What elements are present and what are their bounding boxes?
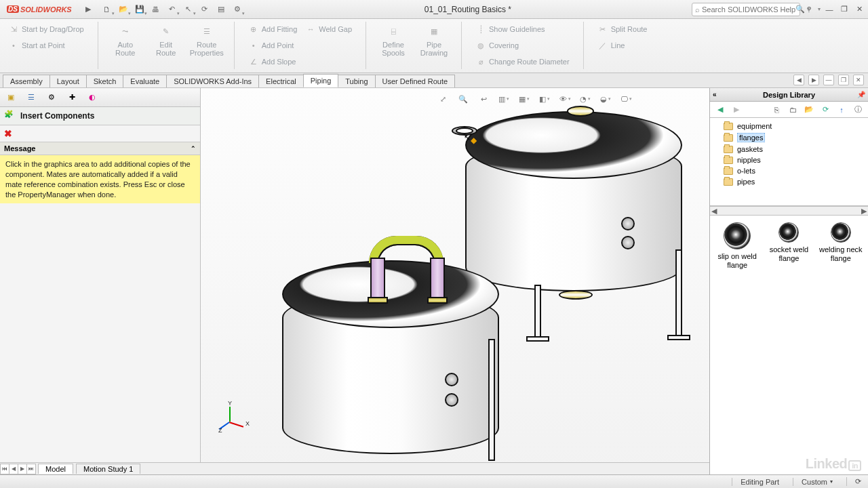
- edit-route-button[interactable]: ✎Edit Route: [150, 22, 182, 58]
- bottom-tab-model[interactable]: Model: [38, 464, 73, 474]
- dl-folder-o-lets[interactable]: o-lets: [710, 165, 868, 176]
- save-icon[interactable]: 💾: [133, 3, 146, 16]
- dl-open-folder-icon[interactable]: 📂: [803, 104, 815, 116]
- display-manager-tab-icon[interactable]: ◐: [85, 91, 99, 104]
- add-fitting-button[interactable]: ⊕Add Fitting: [245, 22, 300, 36]
- view-orient-icon[interactable]: ▦: [517, 92, 531, 106]
- panel-pin-icon[interactable]: 📌: [857, 91, 865, 98]
- dl-add-loc-icon[interactable]: ⎘: [770, 104, 783, 116]
- tab-tubing[interactable]: Tubing: [338, 75, 375, 87]
- weld-gap-button[interactable]: ↔Weld Gap: [302, 22, 355, 36]
- pm-message-header[interactable]: Message ⌃: [0, 142, 200, 155]
- zoom-fit-icon[interactable]: ⤢: [436, 92, 450, 106]
- dl-fwd-icon[interactable]: ▶: [730, 104, 743, 116]
- tab-electrical[interactable]: Electrical: [258, 75, 304, 87]
- scene-icon[interactable]: ◒: [599, 92, 612, 106]
- design-library-header[interactable]: « Design Library 📌: [710, 88, 868, 102]
- tab-evaluate[interactable]: Evaluate: [123, 75, 167, 87]
- prev-view-icon[interactable]: ↩: [477, 92, 490, 106]
- manager-tab-bar: ▣ ☰ ⚙ ✚ ◐: [0, 88, 200, 107]
- status-rebuild-icon[interactable]: ⟳: [846, 477, 861, 486]
- rebuild-icon[interactable]: ⟳: [198, 3, 212, 16]
- flange-thumb-icon: [778, 222, 799, 243]
- quick-access-toolbar: 🗋 📂 💾 🖶 ↶ ↖ ⟳ ▤ ⚙: [100, 3, 244, 16]
- design-library-tree[interactable]: equipmentflangesgasketsnippleso-letspipe…: [710, 118, 868, 206]
- display-style-icon[interactable]: ◧: [538, 92, 551, 106]
- help-search-input[interactable]: [702, 5, 795, 14]
- panel-collapse-icon[interactable]: «: [713, 91, 717, 98]
- start-drag-drop-button[interactable]: ⇲Start by Drag/Drop: [5, 22, 87, 36]
- minimize-icon[interactable]: —: [823, 3, 835, 16]
- covering-button[interactable]: ◍Covering: [473, 39, 521, 52]
- triad-y-label: Y: [228, 400, 232, 407]
- line-button[interactable]: ／Line: [595, 39, 628, 52]
- dl-up-icon[interactable]: ↑: [835, 104, 848, 116]
- pm-cancel-icon[interactable]: ✖: [4, 128, 12, 139]
- dl-folder-gaskets[interactable]: gaskets: [710, 144, 868, 155]
- title-bar: DSSOLIDWORKS ▶ 🗋 📂 💾 🖶 ↶ ↖ ⟳ ▤ ⚙ 01_01_R…: [0, 0, 868, 19]
- restore-icon[interactable]: ❐: [838, 3, 850, 16]
- define-spools-button[interactable]: ⌸Define Spools: [377, 22, 410, 58]
- feature-manager-tab-icon[interactable]: ▣: [4, 91, 18, 104]
- auto-route-button[interactable]: ⤳Auto Route: [109, 22, 142, 58]
- start-at-point-button[interactable]: •Start at Point: [5, 39, 68, 52]
- dl-folder-nipples[interactable]: nipples: [710, 155, 868, 165]
- show-guidelines-button[interactable]: ┊Show Guidelines: [473, 22, 548, 36]
- dl-item-slip-on-weld-flange[interactable]: slip on weld flange: [714, 222, 760, 270]
- cursor-icon: ↖: [464, 133, 471, 142]
- dl-folder-flanges[interactable]: flanges: [710, 131, 868, 144]
- change-route-diameter-button[interactable]: ⌀Change Route Diameter: [473, 55, 572, 68]
- property-manager-tab-icon[interactable]: ☰: [24, 91, 38, 104]
- orientation-triad[interactable]: Y X Z: [221, 407, 248, 434]
- split-route-button[interactable]: ✂Split Route: [595, 22, 650, 36]
- config-manager-tab-icon[interactable]: ⚙: [45, 91, 58, 104]
- tab-piping[interactable]: Piping: [303, 74, 339, 87]
- dl-item-welding-neck-flange[interactable]: welding neck flange: [818, 222, 864, 263]
- hide-show-icon[interactable]: 👁: [558, 92, 572, 106]
- dl-new-folder-icon[interactable]: 🗀: [787, 104, 799, 116]
- tab-solidworks-add-ins[interactable]: SOLIDWORKS Add-Ins: [166, 75, 259, 87]
- bottom-tab-nav[interactable]: ⏮◀▶⏭: [0, 464, 35, 474]
- help-icon[interactable]: ?: [803, 3, 815, 16]
- dl-refresh-icon[interactable]: ⟳: [819, 104, 831, 116]
- select-icon[interactable]: ↖: [182, 3, 195, 16]
- bottom-tab-motion-study-1[interactable]: Motion Study 1: [76, 464, 140, 474]
- tab-fwd-icon[interactable]: ▶: [808, 75, 819, 85]
- tab-user-defined-route[interactable]: User Defined Route: [375, 75, 456, 87]
- view-settings-icon[interactable]: 🖵: [619, 92, 633, 106]
- dl-folder-pipes[interactable]: pipes: [710, 176, 868, 187]
- tab-back-icon[interactable]: ◀: [793, 75, 804, 85]
- tab-close-icon[interactable]: ✕: [853, 75, 864, 85]
- dl-folder-equipment[interactable]: equipment: [710, 121, 868, 131]
- print-icon[interactable]: 🖶: [149, 3, 163, 16]
- dl-config-icon[interactable]: ⓘ: [852, 104, 864, 116]
- section-view-icon[interactable]: ▥: [497, 92, 511, 106]
- dl-item-socket-weld-flange[interactable]: socket weld flange: [766, 222, 812, 263]
- search-lens-icon: ⌕: [695, 5, 700, 14]
- open-doc-icon[interactable]: 📂: [117, 3, 130, 16]
- options-icon[interactable]: ▤: [214, 3, 228, 16]
- settings-gear-icon[interactable]: ⚙: [231, 3, 244, 16]
- pipe-drawing-button[interactable]: ▦Pipe Drawing: [418, 22, 450, 58]
- route-properties-button[interactable]: ☰Route Properties: [191, 22, 223, 58]
- dim-manager-tab-icon[interactable]: ✚: [65, 91, 79, 104]
- add-slope-button[interactable]: ∠Add Slope: [245, 55, 299, 68]
- tab-assembly[interactable]: Assembly: [3, 75, 50, 87]
- dl-horiz-scroll[interactable]: ◀▶: [710, 206, 868, 216]
- tab-min-icon[interactable]: —: [823, 75, 834, 85]
- close-icon[interactable]: ✕: [853, 3, 865, 16]
- help-search[interactable]: ⌕ 🔍 ▾: [692, 3, 800, 16]
- add-point-button[interactable]: •Add Point: [245, 39, 297, 52]
- zoom-area-icon[interactable]: 🔍: [456, 92, 470, 106]
- status-units[interactable]: Custom▾: [793, 478, 833, 486]
- tab-sketch[interactable]: Sketch: [86, 75, 124, 87]
- feature-tab-bar: AssemblyLayoutSketchEvaluateSOLIDWORKS A…: [0, 73, 868, 88]
- dl-back-icon[interactable]: ◀: [714, 104, 726, 116]
- collapse-caret-icon[interactable]: ⌃: [191, 145, 196, 152]
- new-doc-icon[interactable]: 🗋: [100, 3, 114, 16]
- tab-layout[interactable]: Layout: [50, 75, 87, 87]
- undo-icon[interactable]: ↶: [165, 3, 179, 16]
- expand-icon[interactable]: ▶: [81, 3, 95, 16]
- tab-restore-icon[interactable]: ❐: [838, 75, 849, 85]
- appearance-icon[interactable]: ◔: [578, 92, 592, 106]
